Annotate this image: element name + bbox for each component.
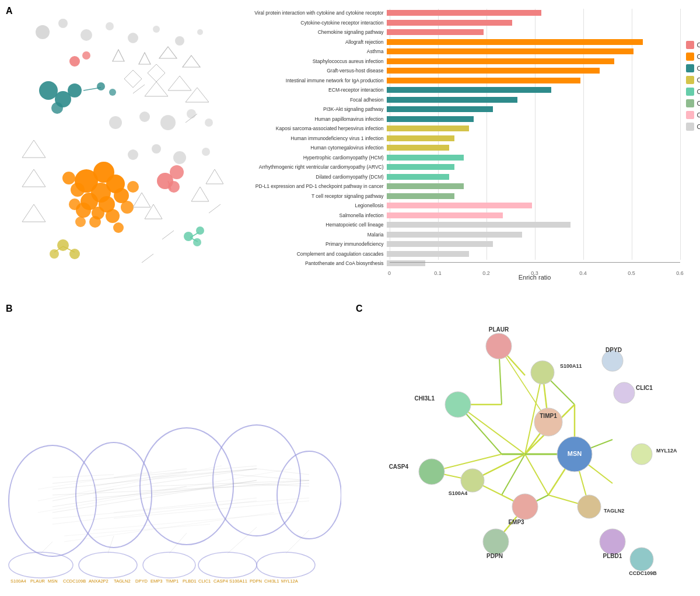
svg-line-76 bbox=[209, 204, 220, 213]
svg-point-29 bbox=[187, 109, 196, 118]
svg-line-120 bbox=[169, 533, 187, 553]
svg-point-6 bbox=[175, 36, 184, 46]
svg-point-43 bbox=[69, 198, 80, 210]
bar-row: Hypertrophic cardiomyopathy (HCM) bbox=[232, 154, 680, 162]
svg-point-117 bbox=[257, 552, 315, 578]
bar-row: Hematopoietic cell lineage bbox=[232, 221, 680, 229]
svg-text:PLAUR: PLAUR bbox=[30, 578, 46, 583]
svg-point-83 bbox=[277, 451, 341, 539]
legend-swatch-c2 bbox=[686, 53, 694, 61]
svg-text:DPYD: DPYD bbox=[606, 347, 622, 353]
svg-point-187 bbox=[461, 469, 484, 492]
bar-row: Asthma bbox=[232, 47, 680, 55]
svg-text:CCDC109B: CCDC109B bbox=[629, 570, 657, 576]
legend-swatch-c6 bbox=[686, 99, 694, 107]
svg-text:CLIC1: CLIC1 bbox=[636, 385, 653, 391]
svg-point-196 bbox=[630, 548, 653, 571]
svg-point-10 bbox=[39, 81, 58, 100]
bar-row: Kaposi sarcoma-associated herpesvirus in… bbox=[232, 124, 680, 133]
svg-line-99 bbox=[114, 469, 187, 478]
svg-point-38 bbox=[71, 183, 85, 197]
legend-swatch-other bbox=[686, 123, 694, 131]
bar-row: Human papillomavirus infection bbox=[232, 115, 680, 123]
legend-swatch-c5 bbox=[686, 88, 694, 96]
svg-point-45 bbox=[89, 216, 101, 228]
svg-text:MSN: MSN bbox=[48, 578, 58, 583]
svg-point-13 bbox=[51, 102, 63, 114]
legend-item-c3: C3 bbox=[686, 64, 700, 72]
bar-row: Dilated cardiomyopathy (DCM) bbox=[232, 173, 680, 181]
svg-text:CASP4: CASP4 bbox=[214, 578, 228, 583]
svg-line-95 bbox=[152, 480, 257, 495]
svg-text:S100A11: S100A11 bbox=[229, 578, 247, 583]
svg-text:PLBD1: PLBD1 bbox=[603, 553, 622, 559]
bar-row: Intestinal immune network for IgA produc… bbox=[232, 76, 680, 85]
svg-text:S100A4: S100A4 bbox=[10, 578, 26, 583]
bar-row: Chemokine signaling pathway bbox=[232, 28, 680, 36]
svg-point-60 bbox=[50, 249, 59, 259]
svg-point-4 bbox=[128, 33, 138, 43]
svg-marker-23 bbox=[186, 88, 209, 102]
svg-line-91 bbox=[93, 469, 257, 492]
svg-line-87 bbox=[52, 489, 114, 501]
legend-item-c5: C5 bbox=[686, 88, 700, 96]
svg-line-96 bbox=[233, 475, 309, 480]
svg-point-15 bbox=[97, 82, 105, 90]
bar-row: PI3K-Akt signaling pathway bbox=[232, 105, 680, 113]
bar-row: Cytokine-cytokine receptor interaction bbox=[232, 19, 680, 27]
bar-row: Viral protein interaction with cytokine … bbox=[232, 9, 680, 17]
bar-row: ECM-receptor interaction bbox=[232, 86, 680, 94]
panel-a-label: A bbox=[6, 6, 13, 16]
svg-text:TIMP1: TIMP1 bbox=[540, 413, 557, 419]
svg-point-114 bbox=[79, 552, 137, 578]
svg-point-2 bbox=[80, 29, 92, 41]
bar-row: PD-L1 expression and PD-1 checkpoint pat… bbox=[232, 182, 680, 190]
svg-text:ANXA2P2: ANXA2P2 bbox=[89, 578, 108, 583]
bar-row: Human immunodeficiency virus 1 infection bbox=[232, 134, 680, 142]
svg-point-26 bbox=[109, 116, 122, 129]
legend-item-c7: C7 bbox=[686, 111, 700, 119]
chart-legend: C1 C2 C3 C4 C5 bbox=[680, 6, 700, 286]
legend-item-c2: C2 bbox=[686, 53, 700, 61]
svg-marker-20 bbox=[183, 55, 200, 67]
legend-item-other: Other bbox=[686, 123, 700, 131]
svg-point-30 bbox=[205, 118, 213, 127]
svg-point-115 bbox=[143, 552, 195, 578]
svg-text:CASP4: CASP4 bbox=[389, 463, 409, 470]
svg-point-48 bbox=[127, 181, 139, 193]
svg-text:PDPN: PDPN bbox=[487, 553, 503, 559]
svg-marker-18 bbox=[139, 53, 150, 64]
svg-line-119 bbox=[108, 536, 114, 553]
svg-point-12 bbox=[68, 83, 82, 97]
svg-line-112 bbox=[93, 513, 292, 530]
svg-point-7 bbox=[197, 29, 203, 35]
svg-line-108 bbox=[38, 466, 222, 501]
svg-point-183 bbox=[631, 444, 652, 465]
svg-line-121 bbox=[228, 527, 257, 553]
bar-row: Graft-versus-host disease bbox=[232, 67, 680, 75]
network-scatter bbox=[16, 6, 226, 286]
svg-line-88 bbox=[52, 486, 187, 507]
svg-marker-73 bbox=[22, 204, 46, 222]
svg-text:CLIC1: CLIC1 bbox=[198, 578, 211, 583]
svg-point-65 bbox=[173, 151, 186, 164]
bar-row: Pantothenate and CoA biosynthesis bbox=[232, 259, 680, 267]
panel-c-protein-network: PLAUR S100A11 DPYD CLIC1 CHI bbox=[344, 314, 694, 590]
svg-point-3 bbox=[106, 22, 114, 30]
legend-swatch-c7 bbox=[686, 111, 694, 119]
svg-text:MSN: MSN bbox=[568, 450, 582, 457]
svg-text:CHI3L1: CHI3L1 bbox=[264, 578, 279, 583]
bar-row: T cell receptor signaling pathway bbox=[232, 192, 680, 200]
svg-point-42 bbox=[62, 172, 75, 184]
bar-row: Staphylococcus aureus infection bbox=[232, 57, 680, 65]
bar-row: Malaria bbox=[232, 231, 680, 239]
svg-text:TAGLN2: TAGLN2 bbox=[114, 578, 131, 583]
svg-point-194 bbox=[483, 529, 509, 555]
svg-point-188 bbox=[512, 494, 538, 520]
svg-point-27 bbox=[139, 111, 150, 122]
svg-line-122 bbox=[286, 530, 309, 553]
svg-point-171 bbox=[531, 361, 554, 384]
svg-marker-72 bbox=[22, 169, 46, 187]
svg-marker-71 bbox=[22, 140, 46, 158]
legend-swatch-c1 bbox=[686, 41, 694, 49]
